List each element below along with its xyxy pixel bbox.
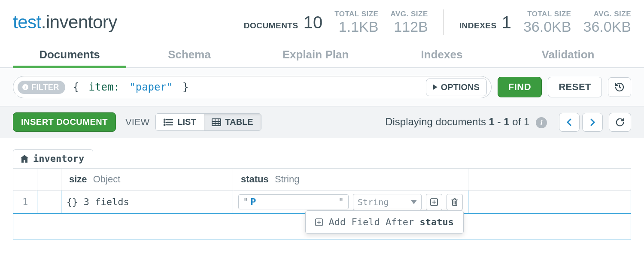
collection-header: test.inventory DOCUMENTS 10 TOTAL SIZE 1… xyxy=(0,0,644,35)
col-expand-header xyxy=(37,169,61,190)
stat-idx-avg-size: AVG. SIZE 36.0KB xyxy=(583,10,631,35)
namespace: test.inventory xyxy=(13,12,117,33)
cell-status[interactable]: " P " String xyxy=(233,190,468,214)
info-icon: i xyxy=(22,84,29,91)
tab-validation[interactable]: Validation xyxy=(505,43,631,67)
breadcrumb-tab[interactable]: inventory xyxy=(13,149,93,168)
col-size-header[interactable]: size Object xyxy=(61,169,233,190)
status-type-select[interactable]: String xyxy=(353,194,422,210)
stat-idx-total-size: TOTAL SIZE 36.0KB xyxy=(523,10,571,35)
svg-text:i: i xyxy=(24,85,26,90)
stat-indexes-label: INDEXES xyxy=(459,21,497,30)
plus-box-icon xyxy=(430,198,438,206)
row-expand-cell[interactable] xyxy=(37,190,61,214)
stat-indexes: INDEXES 1 xyxy=(459,14,511,31)
stat-divider xyxy=(444,9,444,35)
filter-query[interactable]: { item: "paper" } xyxy=(73,81,426,93)
info-icon[interactable]: i xyxy=(536,117,547,128)
stat-indexes-value: 1 xyxy=(502,14,511,31)
tab-indexes[interactable]: Indexes xyxy=(379,43,505,67)
plus-box-icon xyxy=(315,218,323,226)
tab-schema[interactable]: Schema xyxy=(126,43,252,67)
view-toggle: LIST TABLE xyxy=(155,113,261,131)
refresh-icon xyxy=(615,118,625,127)
history-button[interactable] xyxy=(608,77,631,97)
delete-field-button[interactable] xyxy=(447,194,463,210)
history-icon xyxy=(614,82,625,92)
svg-point-8 xyxy=(164,124,165,125)
results-table: size Object status String 1 {} 3 fields xyxy=(13,168,631,239)
view-list-button[interactable]: LIST xyxy=(156,114,204,130)
col-rest-header xyxy=(468,169,631,190)
home-icon xyxy=(20,155,29,163)
cell-rest xyxy=(468,190,631,214)
svg-point-7 xyxy=(164,121,165,123)
caret-down-icon xyxy=(411,200,417,204)
table-area: inventory size Object status String xyxy=(0,138,644,239)
table-row[interactable]: 1 {} 3 fields " P " String xyxy=(13,190,631,214)
trash-icon xyxy=(451,198,458,206)
insert-document-button[interactable]: INSERT DOCUMENT xyxy=(13,112,116,132)
tab-explain-plan[interactable]: Explain Plan xyxy=(252,43,379,67)
stat-doc-total-size: TOTAL SIZE 1.1KB xyxy=(334,10,378,35)
stat-doc-avg-size: AVG. SIZE 112B xyxy=(390,10,428,35)
namespace-collection: inventory xyxy=(46,12,117,33)
svg-marker-2 xyxy=(433,85,437,90)
table-icon xyxy=(212,118,221,126)
namespace-db: test xyxy=(13,12,41,33)
tab-documents[interactable]: Documents xyxy=(13,43,126,67)
filter-pill: i FILTER xyxy=(18,81,65,94)
stat-documents-value: 10 xyxy=(304,14,323,31)
filter-bar: i FILTER { item: "paper" } OPTIONS FIND … xyxy=(0,68,644,106)
documents-toolbar: INSERT DOCUMENT VIEW LIST TABLE Displayi… xyxy=(0,106,644,138)
add-field-button[interactable] xyxy=(426,194,442,210)
pager xyxy=(559,113,603,132)
cell-size[interactable]: {} 3 fields xyxy=(61,190,233,214)
col-rownum-header xyxy=(13,169,37,190)
col-status-header[interactable]: status String xyxy=(233,169,468,190)
find-button[interactable]: FIND xyxy=(498,77,542,97)
svg-marker-14 xyxy=(411,200,417,204)
displaying-text: Displaying documents 1 - 1 of 1 i xyxy=(385,116,547,129)
chevron-right-icon xyxy=(589,118,596,127)
reset-button[interactable]: RESET xyxy=(548,77,602,97)
collection-stats: DOCUMENTS 10 TOTAL SIZE 1.1KB AVG. SIZE … xyxy=(244,9,631,35)
add-field-popover[interactable]: Add Field After status xyxy=(305,210,464,234)
filter-input[interactable]: i FILTER { item: "paper" } OPTIONS xyxy=(13,76,492,98)
namespace-dot: . xyxy=(41,12,46,33)
view-label: VIEW xyxy=(125,117,149,128)
prev-page-button[interactable] xyxy=(559,113,580,132)
next-page-button[interactable] xyxy=(582,113,603,132)
refresh-button[interactable] xyxy=(609,113,631,132)
row-number: 1 xyxy=(13,190,37,214)
status-value-input[interactable]: " P " xyxy=(238,194,349,209)
collection-tabs: Documents Schema Explain Plan Indexes Va… xyxy=(0,43,644,68)
svg-rect-9 xyxy=(212,119,221,126)
options-button[interactable]: OPTIONS xyxy=(426,79,487,96)
view-table-button[interactable]: TABLE xyxy=(204,114,261,130)
caret-right-icon xyxy=(433,85,437,90)
list-icon xyxy=(164,118,173,126)
stat-documents: DOCUMENTS 10 xyxy=(244,14,322,31)
svg-point-6 xyxy=(164,119,165,120)
stat-documents-label: DOCUMENTS xyxy=(244,21,298,30)
chevron-left-icon xyxy=(565,118,573,127)
